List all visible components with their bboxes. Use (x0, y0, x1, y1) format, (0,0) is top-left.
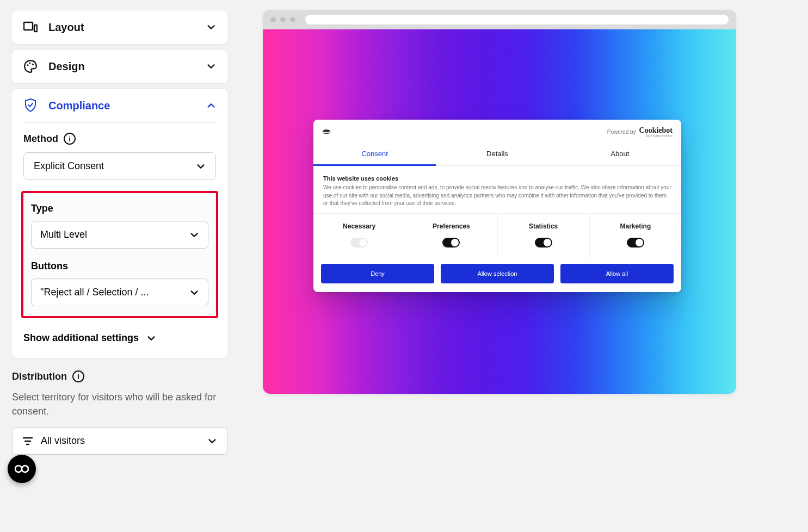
chevron-down-icon (146, 333, 156, 343)
consent-categories: Necessary Preferences Statistics Marketi… (313, 213, 681, 257)
section-layout[interactable]: Layout (11, 10, 229, 45)
dialog-heading: This website uses cookies (323, 175, 671, 182)
palette-icon (23, 59, 38, 73)
toggle-preferences[interactable] (442, 238, 460, 248)
design-title: Design (48, 60, 206, 73)
svg-point-7 (22, 466, 28, 472)
svg-point-4 (32, 64, 34, 65)
svg-rect-0 (24, 22, 33, 30)
brand-name: Cookiebot (639, 126, 673, 134)
chevron-up-icon (206, 101, 216, 110)
preview-pane: Powered by Cookiebot by Usercentrics Con… (263, 10, 736, 394)
settings-sidebar: Layout Design Compliance (11, 10, 229, 455)
allow-selection-button[interactable]: Allow selection (441, 264, 554, 283)
window-dot (270, 17, 276, 22)
window-dot (290, 17, 295, 22)
svg-rect-1 (34, 25, 37, 32)
type-label: Type (31, 203, 208, 214)
svg-point-6 (15, 466, 22, 472)
shield-check-icon (23, 98, 38, 113)
url-bar (305, 15, 729, 24)
category-statistics: Statistics (498, 214, 590, 257)
toggle-marketing[interactable] (627, 238, 644, 248)
tab-details[interactable]: Details (436, 143, 558, 165)
type-select[interactable]: Multi Level (31, 221, 208, 249)
chevron-down-icon (206, 61, 216, 71)
browser-chrome (263, 10, 736, 29)
dialog-actions: Deny Allow selection Allow all (313, 257, 681, 292)
cookie-logo-icon (322, 128, 331, 137)
method-select[interactable]: Explicit Consent (23, 152, 216, 180)
powered-by: Powered by Cookiebot by Usercentrics (607, 126, 673, 138)
link-icon (15, 464, 29, 474)
layout-title: Layout (48, 21, 206, 34)
distribution-section: Distribution i Select territory for visi… (11, 370, 229, 455)
section-design[interactable]: Design (11, 49, 229, 84)
tab-active-indicator (313, 164, 436, 166)
buttons-label: Buttons (31, 261, 208, 272)
svg-point-5 (323, 129, 330, 132)
preview-viewport: Powered by Cookiebot by Usercentrics Con… (263, 29, 736, 394)
layout-icon (23, 20, 38, 34)
category-necessary: Necessary (313, 214, 405, 257)
section-compliance: Compliance Method i Explicit Consent Typ… (11, 88, 229, 358)
allow-all-button[interactable]: Allow all (560, 264, 674, 283)
compliance-header[interactable]: Compliance (11, 89, 228, 122)
svg-point-3 (29, 63, 30, 64)
chevron-down-icon (207, 436, 217, 446)
toggle-necessary (350, 238, 368, 248)
dialog-tabs: Consent Details About (313, 143, 681, 168)
window-dot (280, 17, 286, 22)
filter-icon (22, 437, 33, 446)
type-buttons-highlight: Type Multi Level Buttons "Reject all / S… (21, 191, 218, 318)
method-label: Method i (23, 133, 216, 145)
show-additional-settings[interactable]: Show additional settings (23, 328, 216, 346)
svg-point-2 (27, 64, 29, 66)
category-marketing: Marketing (590, 214, 681, 257)
category-preferences: Preferences (405, 214, 497, 257)
chevron-down-icon (189, 230, 199, 240)
distribution-description: Select territory for visitors who will b… (12, 390, 227, 418)
info-icon[interactable]: i (64, 133, 76, 145)
distribution-label: Distribution i (12, 370, 227, 382)
chevron-down-icon (189, 288, 199, 298)
buttons-select[interactable]: "Reject all / Selection / ... (31, 279, 208, 306)
chevron-down-icon (206, 22, 216, 32)
support-fab[interactable] (8, 455, 36, 483)
tab-consent[interactable]: Consent (313, 143, 436, 165)
info-icon[interactable]: i (72, 370, 84, 382)
deny-button[interactable]: Deny (321, 264, 434, 283)
chevron-down-icon (196, 162, 206, 171)
cookie-consent-dialog: Powered by Cookiebot by Usercentrics Con… (313, 120, 681, 292)
tab-about[interactable]: About (559, 143, 681, 165)
toggle-statistics[interactable] (535, 238, 552, 248)
compliance-title: Compliance (48, 100, 206, 112)
dialog-description: We use cookies to personalise content an… (323, 184, 671, 208)
distribution-select[interactable]: All visitors (12, 427, 227, 455)
